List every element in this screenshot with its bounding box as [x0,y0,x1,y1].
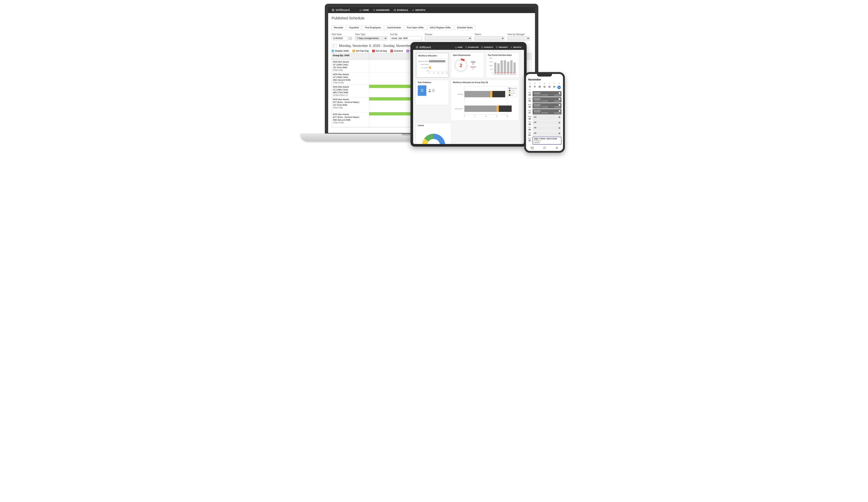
event-row[interactable]: Mon16Vacation▦12:00 AM - 12:00 AMAccepte… [528,103,561,109]
nav-schedule[interactable]: SCHEDULE [394,9,408,11]
event-row[interactable]: Sat21Off▦ [528,131,561,136]
card-leaves[interactable]: Leaves [416,123,451,147]
start-date-label: Start Date [331,33,352,36]
event-row[interactable]: Thu19Off▦ [528,121,561,125]
svg-text:Required Shifts: Required Shifts [418,61,428,62]
add-replace-shifts-button[interactable]: Add & Replace Shifts [427,25,453,30]
svg-text:Extras: Extras [511,90,515,92]
event-row[interactable]: Fri20Off▦ [528,126,561,131]
card-title: Open Requirements [453,54,482,56]
view-type-select[interactable]: 7 Days (Assignments) [355,36,387,40]
recreate-button[interactable]: Recreate [331,25,345,30]
phone-dow-row: SMTWTFS [528,83,561,84]
tnav-dashboard[interactable]: DASHBOARD [465,46,479,48]
legend-swatch-ot: OT [390,50,393,52]
svg-text:4/11: 4/11 [494,74,497,75]
phone-month: November [528,78,561,81]
unpublish-button[interactable]: Unpublish [347,25,361,30]
calendar-picker-icon[interactable] [349,37,352,40]
event-row[interactable]: Sun22Night 6:00PM - MON 6:00AMConsole 1O… [528,137,561,145]
tnav-schedule[interactable]: SCHEDULE [481,46,493,48]
nav-dashboard[interactable]: DASHBOARD [373,9,390,11]
card-open-requirements[interactable]: Open Requirements 2 Filled 18 Vacant 2 [451,52,484,78]
svg-text:Off: Off [426,70,428,72]
svg-text:15: 15 [442,72,444,74]
legend-naall: N/A All Day [376,50,387,52]
person-icon [428,88,432,93]
card-rule-violations[interactable]: Rule Violations 0 0 [416,80,449,105]
svg-text:4/25: 4/25 [500,74,503,75]
svg-text:5: 5 [475,115,476,117]
calendar-day[interactable]: 13 [552,85,557,90]
event-row[interactable]: Tue17Vacation▦12:00 AM - 12:00 AMAccepte… [528,109,561,114]
event-row[interactable]: Sun15Vacation▦12:00 AM - 12:00 AMAccepte… [528,97,561,103]
nav-reports[interactable]: REPORTS [412,9,425,11]
card-allocation-by-group[interactable]: Workforce Allocation by Group (Top 10) R… [451,80,519,121]
calendar-day[interactable]: 11 [542,85,547,90]
laptop-topbar: shiftboard. HOME DASHBOARD SCHEDULE REPO… [328,7,535,13]
phone-body: November SMTWTFS 891011121314 Sat14Vacat… [526,74,563,145]
svg-text:2: 2 [459,63,462,68]
view-manager-select[interactable] [507,36,530,40]
post-open-shifts-button[interactable]: Post Open Shifts [404,25,426,30]
calendar-icon[interactable] [531,146,534,150]
svg-text:10: 10 [485,115,487,117]
groups-select[interactable] [425,36,472,40]
svg-text:500: 500 [490,69,493,70]
groups-label: Groups [425,33,472,36]
allocation-by-group-chart: RefineryMaintenance05101520RequiredExtra… [453,85,517,119]
svg-rect-63 [493,91,505,97]
svg-rect-68 [499,105,512,112]
start-date-input[interactable] [331,36,348,40]
calendar-day[interactable]: 12 [547,85,552,90]
sort-by-input[interactable] [390,36,422,40]
legend-swatch-napart: ! [352,50,355,52]
card-overtime[interactable]: Pay Period Overtime Rates 05001000150020… [486,52,519,78]
svg-text:0: 0 [464,115,465,117]
event-row[interactable]: Wed18Off▦ [528,115,561,120]
calendar-day[interactable]: 9 [533,85,537,90]
card-title: Rule Violations [418,81,447,83]
phone-tabbar [526,145,563,151]
calendar-day[interactable]: 10 [537,85,542,90]
filled-label: Filled [471,61,476,63]
svg-point-7 [465,47,467,48]
svg-text:20: 20 [446,72,448,74]
card-title: Pay Period Overtime Rates [488,54,517,56]
vacant-label: Vacant [471,66,476,68]
find-employees-button[interactable]: Find Employees [362,25,383,30]
prev-week-button[interactable]: < [331,44,337,48]
event-row[interactable]: Sat14Vacation▦12:00 AM - 12:00 AMAccepte… [528,91,561,96]
svg-text:Refinery: Refinery [458,93,463,95]
svg-text:15: 15 [496,115,497,117]
card-title: Leaves [418,124,449,126]
tnav-timesheet[interactable]: TIMESHEET [496,46,508,48]
schedule-notes-button[interactable]: Schedule Notes [454,25,475,30]
svg-text:10: 10 [437,72,439,74]
legend-ot: Overtime [394,50,403,52]
nav-home[interactable]: HOME [360,9,369,11]
autoschedule-button[interactable]: AutoSchedule [384,25,403,30]
tablet-brand: shiftboard. [416,46,431,49]
card-workforce-allocation[interactable]: Workforce Allocation Required ShiftsExtr… [416,52,449,78]
calendar-day[interactable]: 14 [557,85,561,90]
svg-rect-80 [509,92,510,94]
tnav-reports[interactable]: REPORTS [510,46,521,48]
bell-icon[interactable] [543,146,546,150]
date-range: Monday, November 9, 2020 - Sunday, Novem… [339,44,415,48]
svg-rect-47 [510,60,513,73]
teams-select[interactable] [475,36,504,40]
svg-text:5/23: 5/23 [513,74,516,75]
calendar-day[interactable]: 8 [528,85,533,90]
tnav-home[interactable]: HOME [455,46,463,48]
svg-text:Leaves: Leaves [511,92,516,94]
user-icon[interactable] [555,146,558,150]
svg-rect-82 [509,94,510,96]
sort-by-label: Sort By [390,33,422,36]
leaves-pie-chart [418,127,450,147]
home-icon [360,9,362,11]
svg-text:Maintenance: Maintenance [455,108,463,110]
svg-rect-85 [531,147,533,149]
svg-text:0: 0 [492,72,493,74]
card-title: Workforce Allocation by Group (Top 10) [453,81,517,83]
